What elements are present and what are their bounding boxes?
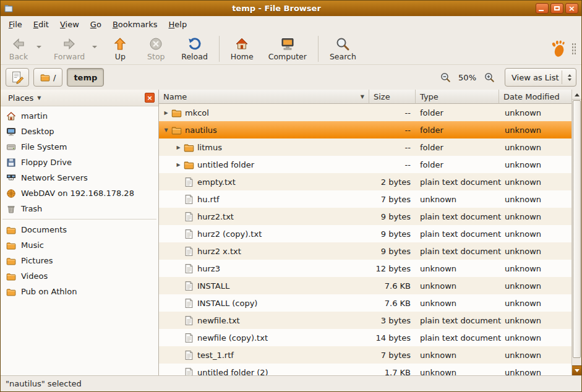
column-header-name[interactable]: Name ▼: [159, 90, 369, 104]
edit-location-button[interactable]: [6, 68, 29, 87]
close-button[interactable]: ×: [565, 3, 578, 14]
sidebar-item-label: Pub on Athlon: [21, 287, 77, 296]
file-modified-cell: unknown: [499, 299, 571, 308]
sidebar-item-label: Pictures: [21, 256, 53, 265]
sidebar-item-desktop[interactable]: Desktop: [1, 124, 158, 139]
sidebar-item-music[interactable]: Music: [1, 237, 158, 253]
trash-icon: [6, 204, 16, 214]
menu-item-bookmarks[interactable]: Bookmarks: [107, 17, 163, 32]
sidebar-item-webdav-on-192-168-178-28[interactable]: WebDAV on 192.168.178.28: [1, 185, 158, 201]
file-row-hurz2-copy-txt[interactable]: hurz2 (copy).txt9 bytesplain text docume…: [159, 225, 571, 242]
menu-item-help[interactable]: Help: [163, 17, 193, 32]
sidebar-item-file-system[interactable]: File System: [1, 139, 158, 155]
back-dropdown-button[interactable]: [35, 37, 43, 61]
sidebar-item-documents[interactable]: Documents: [1, 222, 158, 237]
column-header-size[interactable]: Size: [369, 90, 416, 104]
sidebar-item-label: Floppy Drive: [21, 158, 72, 167]
expander-collapsed-icon[interactable]: ▶: [161, 110, 171, 116]
list-header: Name ▼ Size Type Date Modified: [159, 90, 571, 104]
sidebar-list: martinDesktopFile SystemFloppy DriveNetw…: [1, 106, 158, 375]
file-row-hurz3[interactable]: hurz312 bytesunknownunknown: [159, 260, 571, 277]
file-icon: [184, 177, 194, 187]
expander-expanded-icon[interactable]: ▼: [161, 127, 171, 133]
back-button[interactable]: Back: [4, 35, 33, 62]
file-name-label: mkcol: [185, 108, 209, 117]
up-button[interactable]: Up: [106, 35, 134, 62]
view-mode-select[interactable]: View as List: [505, 68, 576, 87]
file-type-cell: folder: [416, 108, 499, 117]
zoom-in-icon: [484, 72, 495, 83]
file-row-untitled-folder[interactable]: ▶untitled folder--folderunknown: [159, 156, 571, 173]
file-name-cell: empty.txt: [159, 173, 369, 190]
file-row-install[interactable]: INSTALL7.6 KBunknownunknown: [159, 277, 571, 294]
column-header-date-modified[interactable]: Date Modified: [499, 90, 571, 104]
scrollbar-thumb[interactable]: [573, 100, 581, 358]
file-row-nautilus[interactable]: ▼nautilus--folderunknown: [159, 121, 571, 138]
scroll-down-button[interactable]: [572, 365, 581, 375]
file-row-hurz2-x-txt[interactable]: hurz2 x.txt9 bytesplain text documentunk…: [159, 242, 571, 260]
file-size-cell: 7 bytes: [369, 351, 416, 360]
forward-button[interactable]: Forward: [50, 35, 88, 62]
toolbar-handle[interactable]: [571, 43, 576, 55]
toolbar-buttons: BackForwardUpStopReloadHomeComputerSearc…: [4, 33, 360, 64]
file-modified-cell: unknown: [499, 368, 571, 376]
view-mode-label: View as List: [511, 73, 559, 82]
folder-icon: [171, 108, 182, 118]
file-row-install-copy[interactable]: INSTALL (copy)7.6 KBunknownunknown: [159, 294, 571, 312]
file-row-newfile-txt[interactable]: newfile.txt3 bytesplain text documentunk…: [159, 312, 571, 329]
zoom-in-button[interactable]: [482, 70, 497, 85]
file-size-cell: 7 bytes: [369, 195, 416, 204]
home-button[interactable]: Home: [227, 35, 257, 62]
desktop-icon: [6, 127, 16, 137]
expander-collapsed-icon[interactable]: ▶: [174, 162, 183, 168]
sort-indicator-icon[interactable]: ▼: [361, 94, 364, 100]
path-current-button[interactable]: temp: [67, 68, 104, 87]
sidebar-item-network-servers[interactable]: Network Servers: [1, 170, 158, 185]
zoom-out-button[interactable]: [438, 70, 453, 85]
maximize-button[interactable]: [550, 3, 563, 14]
reload-button[interactable]: Reload: [178, 35, 212, 62]
file-browser-window: temp - File Browser × FileEditViewGoBook…: [0, 0, 582, 392]
file-size-cell: 7.6 KB: [369, 281, 416, 291]
edit-location-icon: [11, 70, 24, 84]
forward-dropdown-button[interactable]: [91, 37, 98, 61]
minimize-button[interactable]: [536, 3, 549, 14]
menu-item-go[interactable]: Go: [85, 17, 107, 32]
sidebar-item-pictures[interactable]: Pictures: [1, 253, 158, 268]
menu-item-file[interactable]: File: [3, 17, 28, 32]
search-button[interactable]: Search: [326, 35, 360, 62]
file-name-label: newfile (copy).txt: [197, 333, 268, 343]
file-row-mkcol[interactable]: ▶mkcol--folderunknown: [159, 104, 571, 121]
scroll-up-button[interactable]: [572, 90, 581, 100]
file-size-cell: 3 bytes: [369, 316, 416, 325]
places-selector[interactable]: Places ▼: [4, 92, 45, 104]
path-root-button[interactable]: /: [33, 68, 62, 87]
file-row-litmus[interactable]: ▶litmus--folderunknown: [159, 138, 571, 156]
file-row-hu-rtf[interactable]: hu.rtf7 bytesunknownunknown: [159, 190, 571, 208]
sidebar-item-trash[interactable]: Trash: [1, 201, 158, 216]
expander-collapsed-icon[interactable]: ▶: [174, 145, 183, 150]
sidebar-item-label: Music: [21, 241, 44, 250]
file-row-empty-txt[interactable]: empty.txt2 bytesplain text documentunkno…: [159, 173, 571, 190]
up-label: Up: [115, 52, 126, 61]
file-row-newfile-copy-txt[interactable]: newfile (copy).txt14 bytesplain text doc…: [159, 329, 571, 346]
window-controls: ×: [536, 3, 578, 14]
vertical-scrollbar[interactable]: [571, 90, 581, 375]
titlebar[interactable]: temp - File Browser ×: [1, 1, 581, 16]
file-type-cell: unknown: [416, 351, 499, 360]
sidebar-item-martin[interactable]: martin: [1, 108, 158, 124]
gnome-logo-icon: [550, 40, 567, 58]
sidebar-item-videos[interactable]: Videos: [1, 268, 158, 284]
sidebar-close-button[interactable]: ×: [145, 93, 155, 103]
menu-item-view[interactable]: View: [54, 17, 85, 32]
column-header-type[interactable]: Type: [416, 90, 499, 104]
menu-item-edit[interactable]: Edit: [28, 17, 54, 32]
file-row-untitled-folder-2[interactable]: untitled folder (2)1.7 KBunknownunknown: [159, 364, 571, 375]
file-rows: ▶mkcol--folderunknown▼nautilus--folderun…: [159, 104, 571, 375]
sidebar-item-pub-on-athlon[interactable]: Pub on Athlon: [1, 284, 158, 299]
computer-button[interactable]: Computer: [265, 35, 310, 62]
file-row-hurz2-txt[interactable]: hurz2.txt9 bytesplain text documentunkno…: [159, 208, 571, 225]
stop-button[interactable]: Stop: [142, 35, 170, 62]
sidebar-item-floppy-drive[interactable]: Floppy Drive: [1, 155, 158, 170]
file-row-test-1-rtf[interactable]: test_1.rtf7 bytesunknownunknown: [159, 346, 571, 364]
